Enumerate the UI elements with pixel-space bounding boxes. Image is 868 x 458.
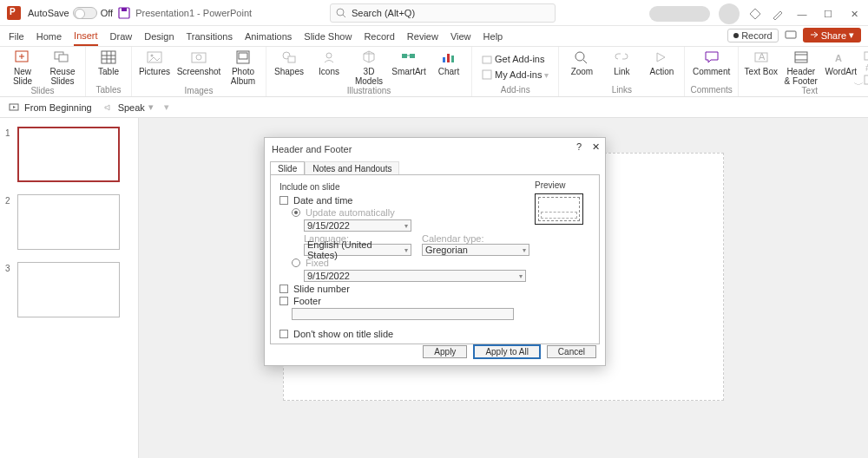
speak-button[interactable]: Speak ▾ [102, 101, 154, 113]
language-dropdown[interactable]: English (United States) [304, 244, 411, 256]
datetime-checkbox[interactable] [279, 196, 288, 205]
menu-file[interactable]: File [9, 31, 24, 42]
record-button[interactable]: Record [727, 29, 778, 43]
date-icon[interactable] [864, 50, 868, 61]
comment-button[interactable]: Comment [694, 49, 729, 76]
wordart-button[interactable]: AWordArt [824, 49, 858, 76]
group-illustrations: Shapes Icons 3D Models SmartArt Chart Il… [266, 47, 472, 96]
date-dropdown[interactable]: 9/15/2022 [304, 219, 411, 232]
preview-canvas [535, 193, 583, 225]
menu-review[interactable]: Review [407, 31, 438, 42]
link-button[interactable]: Link [604, 49, 639, 76]
my-addins-button[interactable]: My Add-ins ▾ [477, 68, 553, 82]
new-slide-icon [12, 49, 33, 66]
new-slide-button[interactable]: New Slide [5, 49, 40, 86]
slidenum-icon[interactable]: # [864, 62, 868, 73]
apply-to-all-button[interactable]: Apply to All [474, 345, 539, 358]
close-button[interactable]: ✕ [845, 9, 863, 20]
tab-slide[interactable]: Slide [270, 161, 305, 175]
dialog-help-button[interactable]: ? [576, 141, 582, 153]
menu-draw[interactable]: Draw [110, 31, 133, 42]
menu-slideshow[interactable]: Slide Show [304, 31, 352, 42]
from-beginning-button[interactable]: From Beginning [9, 102, 92, 113]
user-name-pill[interactable] [649, 6, 710, 22]
screenshot-button[interactable]: Screenshot [177, 49, 220, 76]
cancel-button[interactable]: Cancel [547, 345, 596, 358]
3d-models-button[interactable]: 3D Models [352, 49, 386, 86]
save-icon[interactable] [118, 7, 130, 19]
avatar[interactable] [719, 3, 740, 24]
svg-rect-1 [122, 8, 127, 11]
tab-notes-handouts[interactable]: Notes and Handouts [305, 161, 399, 175]
slide-thumb-1[interactable] [17, 127, 120, 182]
footer-checkbox[interactable] [279, 297, 288, 305]
zoom-button[interactable]: Zoom [564, 49, 599, 76]
svg-rect-29 [483, 56, 491, 63]
action-button[interactable]: Action [644, 49, 679, 76]
icons-button[interactable]: Icons [312, 49, 346, 76]
slide-number-checkbox[interactable] [279, 285, 288, 293]
svg-line-32 [583, 60, 587, 63]
textbox-button[interactable]: AText Box [744, 49, 779, 76]
svg-line-3 [343, 15, 345, 17]
link-icon [611, 49, 632, 66]
menu-view[interactable]: View [450, 31, 471, 42]
overflow-button[interactable]: ▾ [164, 101, 169, 113]
fixed-date-input[interactable]: 9/15/2022 [304, 270, 526, 282]
menu-animations[interactable]: Animations [245, 31, 292, 42]
table-icon [98, 49, 119, 66]
get-addins-button[interactable]: Get Add-ins [477, 52, 553, 66]
autosave-state: Off [101, 8, 113, 18]
group-slides: New Slide Reuse Slides Slides [0, 47, 86, 96]
minimize-button[interactable]: — [793, 9, 811, 19]
svg-rect-35 [795, 52, 807, 62]
group-links: Zoom Link Action Links [559, 47, 685, 96]
dialog-close-button[interactable]: ✕ [592, 141, 600, 153]
maximize-button[interactable]: ☐ [819, 9, 837, 20]
action-icon [651, 49, 672, 66]
slide-thumb-2[interactable] [17, 194, 120, 250]
slide-thumb-3[interactable] [17, 262, 120, 317]
smartart-button[interactable]: SmartArt [391, 49, 426, 76]
collapse-ribbon-icon[interactable]: 〉 [852, 82, 865, 91]
svg-rect-30 [483, 70, 491, 79]
menu-insert[interactable]: Insert [74, 30, 98, 46]
autosave-toggle[interactable]: AutoSave Off [28, 7, 113, 19]
textbox-icon: A [751, 49, 772, 66]
group-text: AText Box Header & Footer AWordArt # Tex… [739, 47, 868, 96]
fixed-radio[interactable] [292, 258, 300, 267]
menu-help[interactable]: Help [483, 31, 503, 42]
reuse-slides-button[interactable]: Reuse Slides [45, 49, 80, 86]
pictures-button[interactable]: Pictures [137, 49, 172, 76]
footer-text-input[interactable] [292, 308, 514, 320]
diamond-icon[interactable] [748, 7, 762, 21]
share-button[interactable]: Share▾ [803, 28, 861, 43]
chart-button[interactable]: Chart [431, 49, 466, 76]
dont-show-title-label: Don't show on title slide [293, 329, 393, 339]
svg-rect-20 [239, 53, 247, 59]
photo-album-button[interactable]: Photo Album [226, 49, 260, 86]
preview-label: Preview [535, 180, 590, 190]
menu-record[interactable]: Record [364, 31, 394, 42]
pen-icon[interactable] [771, 7, 785, 21]
svg-point-2 [337, 9, 344, 16]
dont-show-title-checkbox[interactable] [279, 330, 288, 338]
calendar-dropdown[interactable]: Gregorian [422, 244, 529, 256]
svg-point-16 [151, 55, 154, 57]
apply-button[interactable]: Apply [423, 345, 467, 358]
slide-thumbnails-panel: 1 2 3 [0, 118, 139, 458]
icons-icon [319, 49, 339, 66]
menu-home[interactable]: Home [36, 31, 62, 42]
present-icon[interactable] [784, 29, 798, 43]
group-label: Illustrations [347, 86, 391, 97]
shapes-button[interactable]: Shapes [272, 49, 306, 76]
menu-transitions[interactable]: Transitions [187, 31, 233, 42]
group-label: Tables [96, 85, 122, 96]
menu-design[interactable]: Design [144, 31, 174, 42]
toggle-icon[interactable] [73, 7, 97, 19]
table-button[interactable]: Table [91, 49, 126, 76]
search-input[interactable]: Search (Alt+Q) [330, 3, 556, 23]
group-tables: Table Tables [86, 47, 132, 96]
update-auto-radio[interactable] [292, 208, 300, 217]
header-footer-button[interactable]: Header & Footer [784, 49, 819, 86]
